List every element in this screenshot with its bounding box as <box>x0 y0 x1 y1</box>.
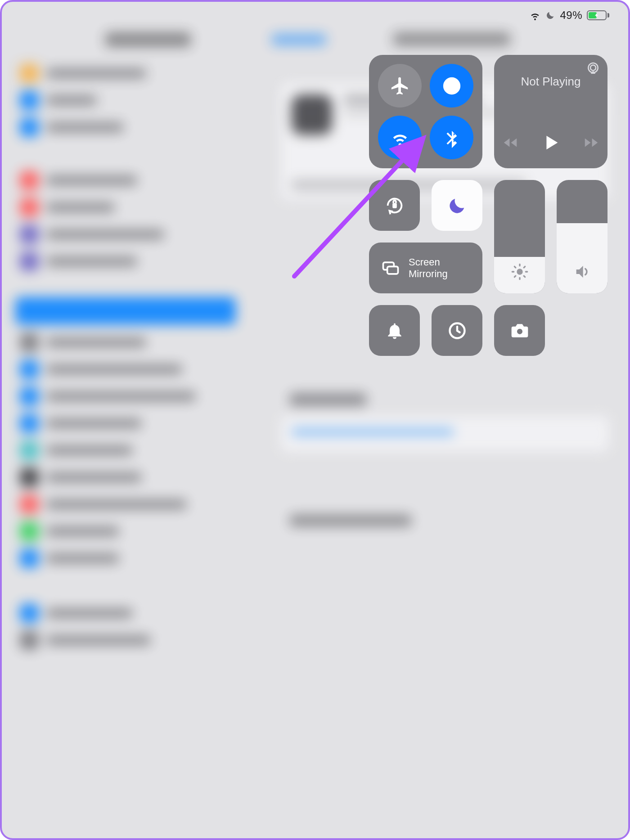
airplay-icon <box>586 61 600 76</box>
wifi-icon <box>390 127 410 148</box>
brightness-slider[interactable] <box>494 180 545 293</box>
focus-mirroring-group: Screen Mirroring <box>369 180 482 293</box>
charging-icon <box>594 12 599 19</box>
camera-icon <box>510 321 530 341</box>
airplane-mode-toggle[interactable] <box>378 64 422 108</box>
dnd-moon-icon <box>545 10 555 20</box>
battery-icon <box>587 10 609 20</box>
svg-point-18 <box>517 328 522 334</box>
control-center: Not Playing Screen Mirroring <box>369 55 608 418</box>
brightness-icon <box>511 263 529 281</box>
connectivity-tile[interactable] <box>369 55 482 168</box>
battery-percent-label: 49% <box>560 9 582 22</box>
volume-slider[interactable] <box>557 180 608 293</box>
notifications-shortcut[interactable] <box>369 305 420 356</box>
svg-point-4 <box>590 65 596 71</box>
bluetooth-icon <box>441 127 462 148</box>
airdrop-icon <box>441 76 462 96</box>
media-title-label: Not Playing <box>494 75 608 89</box>
previous-track-button[interactable] <box>502 134 519 151</box>
wifi-toggle[interactable] <box>378 116 422 159</box>
svg-rect-7 <box>387 266 398 274</box>
svg-line-13 <box>514 266 516 268</box>
do-not-disturb-toggle[interactable] <box>432 180 482 231</box>
screenshot-frame: 49% <box>0 0 630 840</box>
orientation-lock-toggle[interactable] <box>369 180 420 231</box>
bluetooth-toggle[interactable] <box>430 116 473 159</box>
timer-icon <box>447 321 467 341</box>
volume-icon <box>573 263 591 281</box>
dnd-moon-icon <box>447 195 468 216</box>
svg-line-15 <box>514 276 516 277</box>
sliders-group <box>494 180 608 293</box>
next-track-button[interactable] <box>583 134 600 151</box>
svg-line-14 <box>524 276 525 277</box>
screen-mirroring-icon <box>381 258 400 278</box>
play-button[interactable] <box>540 132 561 153</box>
svg-point-2 <box>444 78 459 94</box>
camera-shortcut[interactable] <box>494 305 545 356</box>
wifi-icon <box>529 9 541 21</box>
shortcuts-row <box>369 305 608 418</box>
screen-mirroring-label: Screen Mirroring <box>409 256 448 279</box>
timer-shortcut[interactable] <box>432 305 482 356</box>
status-bar: 49% <box>529 9 609 22</box>
orientation-lock-icon <box>384 195 405 216</box>
bell-icon <box>385 321 405 341</box>
svg-rect-5 <box>392 203 397 208</box>
volume-fill <box>557 223 608 293</box>
svg-line-16 <box>524 266 525 268</box>
screen-mirroring-button[interactable]: Screen Mirroring <box>369 243 482 293</box>
airdrop-toggle[interactable] <box>430 64 473 108</box>
now-playing-tile[interactable]: Not Playing <box>494 55 608 168</box>
airplane-icon <box>390 76 410 96</box>
svg-point-8 <box>517 269 522 274</box>
